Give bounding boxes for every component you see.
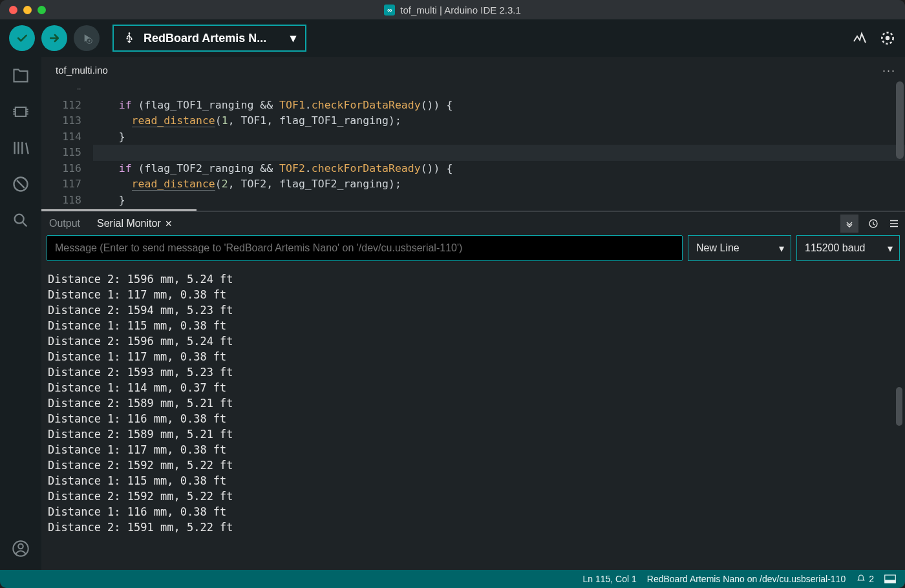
- gutter: ⋯ 112 113 114 115 116 117 118 ⋯: [41, 81, 93, 211]
- debug-icon[interactable]: [11, 174, 30, 194]
- serial-input-row: New Line▾ 115200 baud▾: [41, 235, 905, 265]
- serial-message-input[interactable]: [47, 235, 683, 261]
- boards-manager-icon[interactable]: [11, 102, 30, 121]
- serial-output[interactable]: Distance 2: 1596 mm, 5.24 ftDistance 1: …: [41, 265, 905, 570]
- board-port-status: RedBoard Artemis Nano on /dev/cu.usbseri…: [647, 574, 846, 584]
- serial-line: Distance 2: 1589 mm, 5.21 ft: [48, 426, 899, 442]
- editor-tabbar: tof_multi.ino ···: [41, 57, 905, 81]
- chevron-down-icon: ▾: [779, 242, 784, 255]
- editor-tab-label: tof_multi.ino: [56, 65, 108, 76]
- statusbar: Ln 115, Col 1 RedBoard Artemis Nano on /…: [0, 570, 905, 588]
- verify-button[interactable]: [9, 25, 35, 51]
- chevron-down-icon: ▾: [888, 242, 893, 255]
- baud-rate-select[interactable]: 115200 baud▾: [796, 235, 900, 261]
- usb-icon: [123, 32, 136, 45]
- library-manager-icon[interactable]: [11, 138, 30, 158]
- account-icon[interactable]: [11, 539, 30, 558]
- sketchbook-icon[interactable]: [11, 66, 30, 85]
- bottom-panel: Output Serial Monitor✕ New Line▾ 115200 …: [41, 211, 905, 570]
- maximize-icon[interactable]: [37, 6, 46, 14]
- serial-scrollbar[interactable]: [896, 387, 902, 426]
- tab-serial-monitor[interactable]: Serial Monitor✕: [94, 214, 175, 233]
- tab-underline: [41, 209, 197, 211]
- close-icon[interactable]: ✕: [165, 218, 173, 229]
- serial-line: Distance 1: 115 mm, 0.38 ft: [48, 318, 899, 333]
- line-ending-label: New Line: [696, 242, 740, 254]
- serial-line: Distance 1: 116 mm, 0.38 ft: [48, 411, 899, 426]
- chevron-down-icon: ▾: [290, 31, 296, 45]
- serial-line: Distance 2: 1593 mm, 5.23 ft: [48, 364, 899, 380]
- code-content: if (flag_TOF1_ranging && TOF1.checkForDa…: [93, 81, 905, 211]
- serial-line: Distance 2: 1592 mm, 5.22 ft: [48, 457, 899, 473]
- debug-button[interactable]: [74, 25, 100, 51]
- clear-output-icon[interactable]: [888, 218, 900, 229]
- traffic-lights: [9, 6, 46, 14]
- serial-plotter-icon[interactable]: [852, 30, 868, 46]
- app-window: ∞ tof_multi | Arduino IDE 2.3.1 RedBoard…: [0, 0, 905, 588]
- panel-toggle-icon[interactable]: [884, 574, 896, 583]
- minimize-icon[interactable]: [23, 6, 32, 14]
- main: tof_multi.ino ··· ⋯ 112 113 114 115 116 …: [41, 57, 905, 570]
- svg-rect-6: [16, 107, 26, 116]
- cursor-position: Ln 115, Col 1: [583, 574, 637, 584]
- tab-serial-label: Serial Monitor: [97, 218, 161, 229]
- sidebar: [0, 57, 41, 570]
- serial-line: Distance 1: 117 mm, 0.38 ft: [48, 442, 899, 457]
- svg-rect-13: [885, 580, 896, 583]
- close-icon[interactable]: [9, 6, 17, 14]
- serial-line: Distance 1: 114 mm, 0.37 ft: [48, 380, 899, 395]
- serial-line: Distance 2: 1592 mm, 5.22 ft: [48, 488, 899, 504]
- serial-line: Distance 1: 116 mm, 0.38 ft: [48, 504, 899, 520]
- titlebar: ∞ tof_multi | Arduino IDE 2.3.1: [0, 0, 905, 19]
- svg-point-10: [18, 544, 23, 549]
- notifications-button[interactable]: 2: [856, 574, 874, 584]
- board-select-label: RedBoard Artemis N...: [144, 32, 266, 45]
- board-select[interactable]: RedBoard Artemis N... ▾: [112, 25, 306, 52]
- body: tof_multi.ino ··· ⋯ 112 113 114 115 116 …: [0, 57, 905, 570]
- serial-line: Distance 2: 1596 mm, 5.24 ft: [48, 333, 899, 349]
- editor-tab[interactable]: tof_multi.ino: [45, 58, 118, 81]
- upload-button[interactable]: [41, 25, 67, 51]
- serial-line: Distance 1: 117 mm, 0.38 ft: [48, 349, 899, 364]
- serial-monitor-icon[interactable]: [879, 30, 896, 47]
- window-title-text: tof_multi | Arduino IDE 2.3.1: [400, 5, 521, 16]
- serial-line: Distance 2: 1594 mm, 5.23 ft: [48, 302, 899, 318]
- svg-point-8: [15, 215, 24, 224]
- toolbar: RedBoard Artemis N... ▾: [0, 19, 905, 57]
- notification-count: 2: [869, 574, 874, 584]
- code-editor[interactable]: ⋯ 112 113 114 115 116 117 118 ⋯ if (flag…: [41, 81, 905, 211]
- svg-point-5: [886, 36, 890, 41]
- panel-tools: [840, 215, 900, 233]
- baud-rate-label: 115200 baud: [805, 242, 865, 254]
- autoscroll-icon[interactable]: [840, 215, 858, 233]
- tab-output[interactable]: Output: [47, 214, 83, 233]
- toolbar-right: [852, 30, 896, 47]
- line-ending-select[interactable]: New Line▾: [688, 235, 791, 261]
- bell-icon: [856, 574, 866, 584]
- serial-line: Distance 1: 115 mm, 0.38 ft: [48, 473, 899, 488]
- panel-tabs: Output Serial Monitor✕: [41, 212, 905, 235]
- svg-rect-3: [131, 39, 132, 40]
- editor-scrollbar[interactable]: [896, 81, 904, 159]
- serial-line: Distance 2: 1596 mm, 5.24 ft: [48, 271, 899, 287]
- search-icon[interactable]: [11, 211, 30, 230]
- serial-line: Distance 1: 117 mm, 0.38 ft: [48, 287, 899, 302]
- window-title: ∞ tof_multi | Arduino IDE 2.3.1: [384, 5, 521, 16]
- arduino-icon: ∞: [384, 5, 395, 16]
- serial-line: Distance 2: 1589 mm, 5.21 ft: [48, 395, 899, 411]
- tab-output-label: Output: [49, 218, 80, 229]
- svg-point-2: [127, 38, 128, 39]
- editor-tab-more-icon[interactable]: ···: [873, 60, 905, 81]
- serial-line: Distance 2: 1591 mm, 5.22 ft: [48, 520, 899, 535]
- svg-point-1: [129, 32, 131, 34]
- timestamp-icon[interactable]: [868, 218, 879, 229]
